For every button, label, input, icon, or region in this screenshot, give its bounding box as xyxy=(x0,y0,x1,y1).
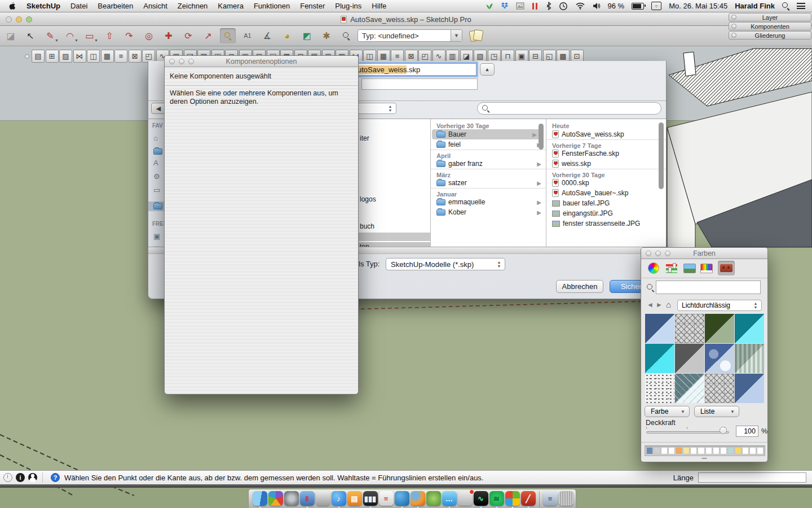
swatch-teal-cyan[interactable] xyxy=(735,314,764,343)
dock-documents-stack[interactable]: ≡ xyxy=(543,491,558,508)
list-item[interactable]: FensterFasche.skp xyxy=(546,148,666,159)
dock-photos[interactable] xyxy=(316,491,331,508)
menu-bearbeiten[interactable]: Bearbeiten xyxy=(92,0,138,12)
crayons-tab[interactable] xyxy=(700,261,713,275)
plugin-button-7[interactable]: ≡ xyxy=(114,50,127,63)
close-button[interactable] xyxy=(169,59,175,64)
list-item[interactable]: satzer▶ xyxy=(431,178,546,188)
list-item-truncated[interactable]: logos xyxy=(360,195,376,203)
swatch-striped-glass[interactable] xyxy=(735,344,764,373)
rectangle-tool[interactable]: ▭▼ xyxy=(82,28,98,43)
color-search-field[interactable] xyxy=(656,281,761,294)
color-well-12[interactable] xyxy=(727,447,734,454)
color-well-11[interactable] xyxy=(720,447,727,454)
dock-trash[interactable] xyxy=(559,491,574,508)
menu-plug-ins[interactable]: Plug-ins xyxy=(330,0,367,12)
dialog-title-bar[interactable]: Komponentenoptionen xyxy=(165,56,358,67)
applications-icon[interactable]: A xyxy=(153,159,158,167)
color-well-4[interactable] xyxy=(668,447,675,454)
sliders-tab[interactable] xyxy=(665,261,678,275)
filetype-dropdown[interactable]: SketchUp-Modelle (*.skp) ▲▼ xyxy=(386,258,505,270)
swatch-navy-lightblue[interactable] xyxy=(645,314,674,343)
gear-icon[interactable]: ⚙ xyxy=(153,172,160,181)
window-title-bar[interactable]: AutoSave_weiss.skp – SketchUp Pro xyxy=(0,12,812,26)
menu-datei[interactable]: Datei xyxy=(65,0,92,12)
swatch-speckle[interactable] xyxy=(645,374,674,403)
protractor-tool[interactable]: ∡ xyxy=(259,28,275,43)
move-tool[interactable]: ✚ xyxy=(161,28,176,43)
plant-menu-icon[interactable] xyxy=(486,0,493,12)
menu-sketchup[interactable]: SketchUp xyxy=(21,0,65,12)
menu-zeichnen[interactable]: Zeichnen xyxy=(173,0,213,12)
list-item[interactable]: feiel▶ xyxy=(431,139,546,150)
notification-center-icon[interactable] xyxy=(797,0,805,12)
menu-ansicht[interactable]: Ansicht xyxy=(138,0,173,12)
offset-tool[interactable]: ◎ xyxy=(141,28,157,43)
length-input[interactable] xyxy=(698,472,806,483)
photos-menu-icon[interactable] xyxy=(516,0,524,12)
collapse-sheet-button[interactable]: ▲ xyxy=(480,63,495,76)
chevron-down-icon[interactable]: ▼ xyxy=(94,38,98,42)
type-filter-dropdown[interactable]: Typ: <undefined> ▼ xyxy=(358,29,462,42)
scrollbar-thumb[interactable] xyxy=(539,124,544,150)
dock-firefox[interactable] xyxy=(411,491,426,508)
dock-office-doc[interactable]: ≡ xyxy=(379,491,394,508)
swatch-darkgray-lightgray[interactable] xyxy=(675,344,704,373)
list-item[interactable]: AutoSave_weiss.skp xyxy=(546,129,666,139)
eraser-tool[interactable]: ◪ xyxy=(3,28,19,43)
dock-windows[interactable] xyxy=(505,491,520,508)
spotlight-icon[interactable] xyxy=(782,0,789,12)
dock-openoffice[interactable] xyxy=(395,491,410,508)
dimension-tool[interactable]: A1 xyxy=(240,28,255,43)
chevron-down-icon[interactable]: ▼ xyxy=(451,30,462,41)
category-dropdown[interactable]: Lichtdurchlässig ▲▼ xyxy=(677,300,762,311)
plugin-button-2[interactable]: ⊞ xyxy=(46,50,59,63)
battery-icon[interactable] xyxy=(632,0,644,12)
back-button[interactable]: ◄ xyxy=(647,301,654,309)
color-well-3[interactable] xyxy=(661,447,668,454)
color-well-5[interactable] xyxy=(676,447,682,454)
list-item[interactable]: AutoSave_bauer~.skp xyxy=(546,188,666,198)
dock-picasa[interactable] xyxy=(268,491,284,508)
opacity-slider-thumb[interactable] xyxy=(720,427,727,434)
scrollbar-thumb[interactable] xyxy=(659,122,664,189)
color-well-9[interactable] xyxy=(705,447,712,454)
dock-activity-monitor[interactable]: ∿ xyxy=(474,491,489,508)
bluetooth-icon[interactable] xyxy=(546,0,551,12)
menu-hilfe[interactable]: Hilfe xyxy=(367,0,391,12)
plugin-button-4[interactable]: ⋈ xyxy=(73,50,86,63)
color-well-8[interactable] xyxy=(698,447,704,454)
toolbar-handle[interactable] xyxy=(25,54,29,59)
search-field[interactable] xyxy=(477,102,661,115)
color-well-15[interactable] xyxy=(749,447,756,454)
menu-kamera[interactable]: Kamera xyxy=(213,0,249,12)
swatch-glass-blocks[interactable] xyxy=(675,314,704,343)
wifi-icon[interactable] xyxy=(575,0,585,12)
plugin-button-1[interactable]: ▤ xyxy=(32,50,45,63)
menu-funktionen[interactable]: Funktionen xyxy=(249,0,295,12)
dock-sketchup[interactable]: ╱ xyxy=(521,491,536,508)
color-well-14[interactable] xyxy=(742,447,749,454)
color-well-10[interactable] xyxy=(713,447,720,454)
close-button[interactable] xyxy=(646,251,651,256)
user-help-icon[interactable] xyxy=(28,473,37,482)
tape-measure-tool[interactable] xyxy=(220,28,236,43)
plugin-button-5[interactable]: ◫ xyxy=(87,50,100,63)
color-well-6[interactable] xyxy=(683,447,690,454)
forward-button[interactable]: ► xyxy=(656,301,663,309)
swatch-frosted-grid[interactable] xyxy=(675,374,704,403)
textures-tab[interactable] xyxy=(718,261,735,275)
list-item[interactable]: bauer tafel.JPG xyxy=(546,198,666,208)
component-tool[interactable]: ◩ xyxy=(299,28,315,43)
chevron-down-icon[interactable]: ▼ xyxy=(55,38,59,42)
dock-iphoto[interactable] xyxy=(458,491,473,508)
dock-remote-display[interactable]: ‖ xyxy=(300,491,315,508)
color-well-16[interactable] xyxy=(757,447,764,454)
rotate-tool[interactable]: ⟳ xyxy=(180,28,196,43)
select-tool[interactable]: ↖ xyxy=(23,28,38,43)
computer-icon[interactable]: ▣ xyxy=(153,244,160,247)
dock-spotify[interactable]: ≋ xyxy=(489,491,505,508)
arc-tool[interactable]: ◠▼ xyxy=(62,28,78,43)
time-machine-icon[interactable] xyxy=(559,0,568,12)
dock-system-preferences[interactable] xyxy=(284,491,299,508)
